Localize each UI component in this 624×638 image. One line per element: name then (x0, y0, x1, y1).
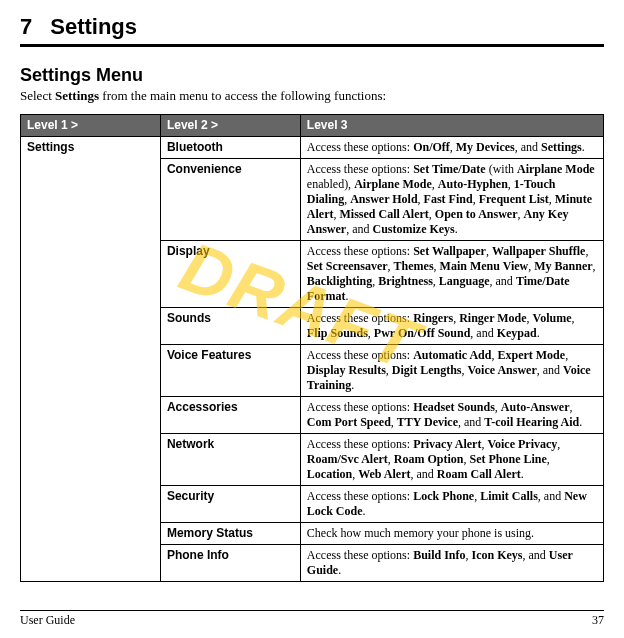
header-level1: Level 1 > (21, 115, 161, 137)
chapter-heading: 7 Settings (20, 14, 604, 47)
level3-cell: Access these options: Set Wallpaper, Wal… (300, 241, 603, 308)
level1-cell: Settings (21, 137, 161, 582)
footer-left: User Guide (20, 613, 75, 628)
header-level3: Level 3 (300, 115, 603, 137)
level3-cell: Access these options: Privacy Alert, Voi… (300, 434, 603, 486)
level2-cell: Bluetooth (160, 137, 300, 159)
level2-cell: Security (160, 486, 300, 523)
chapter-title: Settings (50, 14, 137, 40)
level3-cell: Access these options: Ringers, Ringer Mo… (300, 308, 603, 345)
level3-cell: Access these options: On/Off, My Devices… (300, 137, 603, 159)
level2-cell: Voice Features (160, 345, 300, 397)
header-level2: Level 2 > (160, 115, 300, 137)
level2-cell: Accessories (160, 397, 300, 434)
level2-cell: Phone Info (160, 545, 300, 582)
level3-cell: Access these options: Lock Phone, Limit … (300, 486, 603, 523)
level2-cell: Memory Status (160, 523, 300, 545)
settings-table: Level 1 > Level 2 > Level 3 SettingsBlue… (20, 114, 604, 582)
level3-cell: Access these options: Automatic Add, Exp… (300, 345, 603, 397)
level2-cell: Sounds (160, 308, 300, 345)
level3-cell: Access these options: Set Time/Date (wit… (300, 159, 603, 241)
table-row: SettingsBluetoothAccess these options: O… (21, 137, 604, 159)
level2-cell: Network (160, 434, 300, 486)
footer-right: 37 (592, 613, 604, 628)
level3-cell: Access these options: Build Info, Icon K… (300, 545, 603, 582)
level3-cell: Access these options: Headset Sounds, Au… (300, 397, 603, 434)
level3-cell: Check how much memory your phone is usin… (300, 523, 603, 545)
section-title: Settings Menu (20, 65, 604, 86)
table-header-row: Level 1 > Level 2 > Level 3 (21, 115, 604, 137)
chapter-number: 7 (20, 14, 32, 40)
level2-cell: Convenience (160, 159, 300, 241)
level2-cell: Display (160, 241, 300, 308)
page-footer: User Guide 37 (20, 610, 604, 628)
intro-text: Select Settings from the main menu to ac… (20, 88, 604, 104)
